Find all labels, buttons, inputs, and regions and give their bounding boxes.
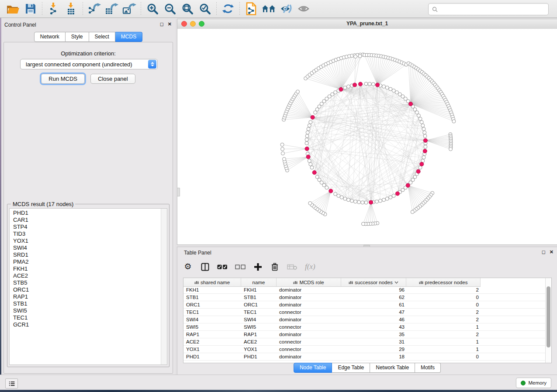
table-row[interactable]: SWI5SWI5connector431 [183,323,551,331]
show-all-icon[interactable] [295,1,312,16]
deselect-all-icon[interactable] [235,261,246,272]
tab-network[interactable]: Network [34,32,66,42]
tab-mcds[interactable]: MCDS [115,32,142,42]
column-header-predecessor-nodes[interactable]: predecessor nodes [406,278,481,286]
close-window-icon[interactable] [181,21,187,27]
table-options-gear-icon[interactable]: ⚙ [183,261,193,272]
show-columns-icon[interactable] [200,261,210,272]
export-image-icon[interactable] [121,1,138,16]
result-list-scrollbar[interactable] [161,209,167,364]
result-item[interactable]: SWI4 [13,244,161,251]
control-panel: Control Panel ◻ ✕ NetworkStyleSelectMCDS… [1,19,175,375]
tab-select[interactable]: Select [89,32,115,42]
table-row[interactable]: YOX1YOX1connector291 [183,346,551,353]
main-toolbar [0,0,557,18]
result-item[interactable]: PHD1 [13,210,161,217]
result-item[interactable]: CAR1 [13,217,161,224]
result-item[interactable]: SWI5 [13,307,161,314]
function-builder-icon-disabled: f(x) [305,261,315,272]
column-type-icon [419,280,423,285]
import-network-icon[interactable] [45,1,62,16]
result-item[interactable]: PMA2 [13,258,161,265]
table-row[interactable]: ORC1ORC1dominator610 [183,301,551,309]
table-row[interactable]: ACE2ACE2connector311 [183,338,551,346]
export-network-icon[interactable] [86,1,103,16]
select-all-icon[interactable] [217,261,228,272]
save-session-icon[interactable] [22,1,39,16]
minimize-window-icon[interactable] [190,21,196,27]
network-title: YPA_prune.txt_1 [177,19,557,28]
result-item[interactable]: YOX1 [13,237,161,244]
toolbar-separator [83,2,83,15]
result-item[interactable]: STB5 [13,279,161,286]
optimization-value: largest connected component (undirected) [21,61,148,68]
maximize-window-icon[interactable] [199,21,204,27]
table-scrollbar[interactable] [545,278,551,363]
table-panel: Table Panel ◻ ✕ ⚙ f(x) [177,247,557,375]
table-row[interactable]: STB1STB1dominator620 [183,294,551,301]
column-header-MCDS-role[interactable]: MCDS role [277,278,341,286]
table-row[interactable]: PHD1PHD1dominator180 [183,353,551,361]
memory-button[interactable]: Memory [516,378,551,388]
column-header-successor-nodes[interactable]: successor nodes [341,278,406,286]
mcds-result-group: MCDS result (17 nodes) PHD1CAR1STP4TID3Y… [7,204,170,367]
table-row[interactable]: RAP1RAP1dominator352 [183,331,551,338]
import-table-icon[interactable] [62,1,80,16]
close-panel-icon[interactable]: ✕ [168,21,172,27]
zoom-out-icon[interactable] [161,1,179,16]
result-item[interactable]: FKH1 [13,265,161,272]
zoom-in-icon[interactable] [144,1,161,16]
task-history-button[interactable] [5,378,18,389]
search-box[interactable] [428,3,549,15]
refresh-icon[interactable] [219,1,237,16]
result-item[interactable]: TEC1 [13,314,161,321]
float-table-panel-icon[interactable]: ◻ [542,249,546,255]
open-file-icon[interactable] [4,1,22,16]
close-table-panel-icon[interactable]: ✕ [550,249,554,255]
result-item[interactable]: SRD1 [13,251,161,258]
zoom-fit-icon[interactable] [179,1,196,16]
toolbar-separator [141,2,141,15]
float-panel-icon[interactable]: ◻ [160,21,164,27]
table-toolbar: ⚙ f(x) [183,258,315,275]
result-item[interactable]: STP4 [13,224,161,230]
task-list-icon [9,381,15,386]
result-item[interactable]: TID3 [13,230,161,237]
column-header-shared-name[interactable]: shared name [183,278,241,286]
tab-motifs[interactable]: Motifs [415,363,441,373]
toolbar-separator [239,2,240,15]
run-mcds-button[interactable]: Run MCDS [41,74,85,84]
node-table[interactable]: shared namenameMCDS rolesuccessor nodesp… [183,278,552,363]
sort-desc-icon [394,281,398,284]
search-input[interactable] [440,4,548,14]
result-item[interactable]: STB1 [13,300,161,307]
table-scrollbar-thumb[interactable] [547,286,550,347]
close-panel-button[interactable]: Close panel [90,74,135,84]
table-row[interactable]: FKH1FKH1dominator962 [183,286,551,294]
result-item[interactable]: GCR1 [13,321,161,328]
table-row[interactable]: SWI4SWI4dominator462 [183,316,551,323]
optimization-select[interactable]: largest connected component (undirected) [20,59,158,69]
network-from-selection-icon[interactable] [242,1,260,16]
hide-selected-icon[interactable] [277,1,295,16]
table-header-row: shared namenameMCDS rolesuccessor nodesp… [183,278,481,287]
result-item[interactable]: RAP1 [13,293,161,300]
result-item[interactable]: ACE2 [13,272,161,279]
column-header-name[interactable]: name [241,278,277,286]
tab-edge-table[interactable]: Edge Table [332,363,370,373]
first-neighbors-icon[interactable] [260,1,277,16]
splitter-handle-vertical[interactable] [177,188,180,196]
mcds-result-list[interactable]: PHD1CAR1STP4TID3YOX1SWI4SRD1PMA2FKH1ACE2… [9,208,167,365]
network-titlebar[interactable]: YPA_prune.txt_1 [177,19,557,29]
zoom-selected-icon[interactable] [196,1,214,16]
tab-network-table[interactable]: Network Table [370,363,415,373]
table-row[interactable]: TEC1TEC1connector472 [183,309,551,316]
add-column-icon[interactable] [253,261,263,272]
result-item[interactable]: ORC1 [13,286,161,293]
tab-style[interactable]: Style [66,32,89,42]
export-table-icon[interactable] [103,1,121,16]
network-canvas[interactable] [177,29,557,244]
tab-node-table[interactable]: Node Table [294,363,332,373]
network-window: YPA_prune.txt_1 [177,19,557,244]
delete-column-trash-icon[interactable] [270,261,280,272]
